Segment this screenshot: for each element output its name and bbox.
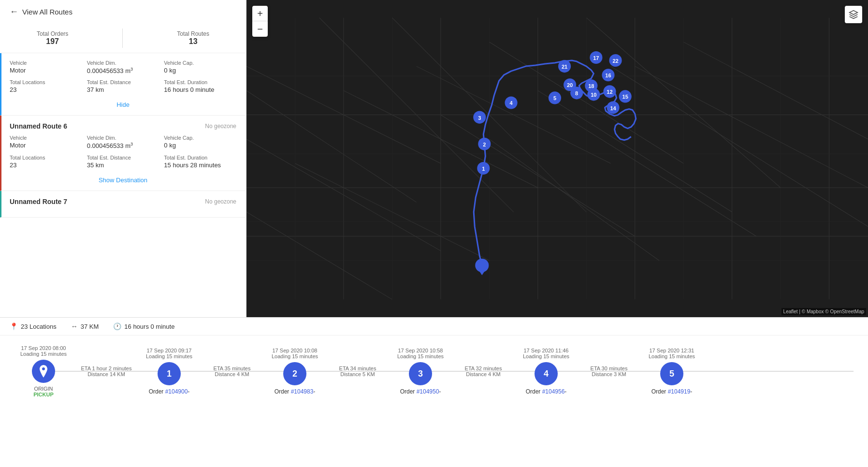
stop-origin-top: 17 Sep 2020 08:00 Loading 15 minutes (14, 345, 72, 357)
svg-text:5: 5 (553, 95, 556, 101)
eta-3-label: ETA 34 minutes (339, 365, 376, 371)
svg-text:14: 14 (610, 105, 616, 111)
total-orders-value: 197 (37, 37, 68, 46)
timeline-track: 17 Sep 2020 08:00 Loading 15 minutes ORI… (14, 345, 854, 397)
r6-distance: Total Est. Distance 35 km (87, 155, 159, 169)
stop1-circle: 1 (158, 362, 181, 385)
stop-1: 17 Sep 2020 09:17 Loading 15 minutes 1 O… (140, 348, 198, 395)
vehicle-value: Motor (10, 67, 82, 74)
r6-loc-label: Total Locations (10, 155, 82, 161)
stop-3: 17 Sep 2020 10:58 Loading 15 minutes 3 O… (391, 348, 449, 395)
stop3-date: 17 Sep 2020 10:58 (391, 348, 449, 353)
dark-map: Tangerang Jakarta Tangerang Selatan (246, 0, 868, 317)
timeline-distance-value: 37 KM (81, 323, 99, 330)
stop-origin-circle (32, 360, 55, 383)
distance-label: Total Est. Distance (87, 79, 159, 85)
timeline-scroll[interactable]: 17 Sep 2020 08:00 Loading 15 minutes ORI… (0, 336, 868, 467)
total-routes-label: Total Routes (177, 30, 209, 37)
stop3-top: 17 Sep 2020 10:58 Loading 15 minutes (391, 348, 449, 359)
show-destination-button[interactable]: Show Destination (10, 174, 236, 184)
r6-dim-label: Vehicle Dim. (87, 135, 159, 141)
svg-text:16: 16 (605, 73, 611, 78)
zoom-in-button[interactable]: + (252, 6, 268, 21)
stop2-order: Order #104983- (266, 388, 324, 395)
r6-dist-value: 35 km (87, 161, 159, 169)
eta-5-label: ETA 30 minutes (591, 365, 628, 371)
back-nav[interactable]: ← View All Routes (0, 0, 246, 24)
stop2-loading: Loading 15 minutes (266, 353, 324, 359)
stop2-top: 17 Sep 2020 10:08 Loading 15 minutes (266, 348, 324, 359)
eta-segment-4: ETA 32 minutes Distance 4 KM (449, 365, 517, 377)
layers-icon (849, 10, 858, 19)
stop5-date: 17 Sep 2020 12:31 (643, 348, 701, 353)
route6-header: Unnamed Route 6 No geozone (10, 122, 236, 130)
map-zoom-controls: + − (252, 6, 268, 37)
hide-button[interactable]: Hide (10, 98, 236, 108)
eta-segment-5: ETA 30 minutes Distance 3 KM (575, 365, 643, 377)
r6-locations: Total Locations 23 (10, 155, 82, 169)
cap-label: Vehicle Cap. (164, 60, 236, 66)
eta-4-label: ETA 32 minutes (465, 365, 502, 371)
stop3-loading: Loading 15 minutes (391, 353, 449, 359)
totals-divider (122, 29, 123, 48)
eta-3-distance: Distance 5 KM (340, 371, 375, 377)
stop2-order-link[interactable]: #104983 (291, 388, 314, 395)
stop2-date: 17 Sep 2020 10:08 (266, 348, 324, 353)
r6-dur-value: 15 hours 28 minutes (164, 161, 236, 169)
zoom-out-button[interactable]: − (252, 21, 268, 37)
locations-value: 23 (10, 86, 82, 93)
svg-text:22: 22 (612, 58, 618, 64)
stop4-top: 17 Sep 2020 11:46 Loading 15 minutes (517, 348, 575, 359)
r6-dist-label: Total Est. Distance (87, 155, 159, 161)
svg-text:18: 18 (588, 83, 594, 89)
svg-rect-0 (246, 18, 868, 300)
route6-badge: No geozone (205, 123, 236, 130)
r6-dur-label: Total Est. Duration (164, 155, 236, 161)
active-route-card: Vehicle Motor Vehicle Dim. 0.000456533 m… (0, 53, 246, 116)
route6-card: Unnamed Route 6 No geozone Vehicle Motor… (0, 116, 246, 190)
stop1-bottom: Order #104900- (140, 388, 198, 395)
eta-segment-2: ETA 35 minutes Distance 4 KM (198, 365, 266, 377)
active-cap: Vehicle Cap. 0 kg (164, 60, 236, 74)
stop1-order-link[interactable]: #104900 (165, 388, 188, 395)
stop3-bottom: Order #104950- (391, 388, 449, 395)
stop3-order-link[interactable]: #104950 (417, 388, 439, 395)
r6-dim: Vehicle Dim. 0.000456533 m3 (87, 135, 159, 149)
stop-origin-bottom: ORIGIN PICKUP (14, 386, 72, 397)
stop4-loading: Loading 15 minutes (517, 353, 575, 359)
stop5-order-link[interactable]: #104919 (668, 388, 691, 395)
stop1-date: 17 Sep 2020 09:17 (140, 348, 198, 353)
r6-dim-value: 0.000456533 m3 (87, 142, 159, 149)
eta-2-label: ETA 35 minutes (214, 365, 251, 371)
stop5-order: Order #104919- (643, 388, 701, 395)
route-icon: ↔ (71, 322, 78, 330)
eta-5-distance: Distance 3 KM (592, 371, 626, 377)
timeline-locations-value: 23 Locations (21, 323, 57, 330)
map-layers-button[interactable] (845, 6, 862, 23)
origin-pickup: PICKUP (14, 392, 72, 397)
eta-2-distance: Distance 4 KM (215, 371, 249, 377)
stop4-order-link[interactable]: #104956 (542, 388, 565, 395)
stop4-date: 17 Sep 2020 11:46 (517, 348, 575, 353)
svg-text:3: 3 (478, 115, 481, 121)
dim-value: 0.000456533 m3 (87, 67, 159, 74)
stop4-order: Order #104956- (517, 388, 575, 395)
svg-text:20: 20 (567, 82, 573, 88)
r6-vehicle-value: Motor (10, 142, 82, 149)
r6-cap-label: Vehicle Cap. (164, 135, 236, 141)
svg-text:2: 2 (483, 142, 486, 147)
route6-grid: Vehicle Motor Vehicle Dim. 0.000456533 m… (10, 135, 236, 168)
clock-icon: 🕐 (113, 322, 121, 330)
r6-cap: Vehicle Cap. 0 kg (164, 135, 236, 149)
sidebar: ← View All Routes Total Orders 197 Total… (0, 0, 246, 317)
svg-text:12: 12 (607, 89, 612, 95)
timeline-distance: ↔ 37 KM (71, 322, 99, 330)
totals-bar: Total Orders 197 Total Routes 13 (0, 24, 246, 53)
stop-4: 17 Sep 2020 11:46 Loading 15 minutes 4 O… (517, 348, 575, 395)
total-orders-label: Total Orders (37, 30, 68, 37)
back-arrow-icon: ← (10, 7, 18, 17)
route7-badge: No geozone (205, 198, 236, 205)
duration-value: 16 hours 0 minute (164, 86, 236, 93)
stop5-loading: Loading 15 minutes (643, 353, 701, 359)
timeline-duration-value: 16 hours 0 minute (124, 323, 174, 330)
